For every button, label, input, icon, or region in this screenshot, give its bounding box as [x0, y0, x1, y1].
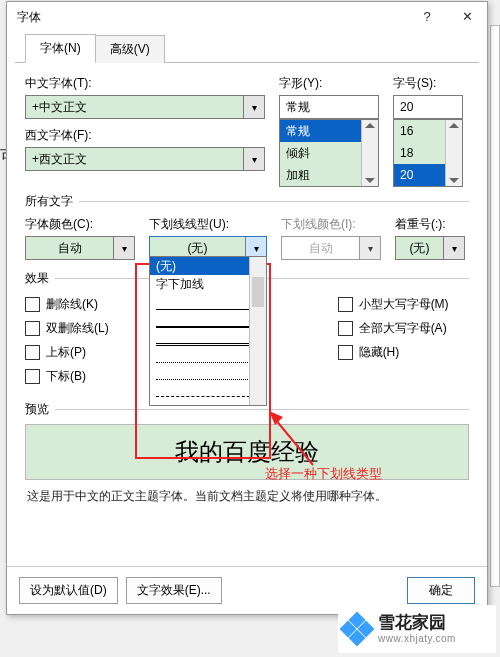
checkbox-hidden[interactable]: 隐藏(H): [338, 341, 469, 363]
dialog-title: 字体: [17, 9, 407, 26]
label-underline-color: 下划线颜色(I):: [281, 216, 381, 233]
underline-option-dash[interactable]: [156, 382, 260, 397]
svg-line-0: [275, 419, 313, 465]
background-window-edge: [490, 25, 500, 587]
section-all-text: 所有文字: [25, 193, 469, 210]
underline-option-double[interactable]: [156, 330, 260, 346]
checkbox-strikethrough[interactable]: 删除线(K): [25, 293, 130, 315]
ok-button[interactable]: 确定: [407, 577, 475, 604]
watermark-name: 雪花家园: [378, 614, 456, 633]
titlebar[interactable]: 字体 ? ✕: [7, 2, 487, 32]
checkbox-subscript[interactable]: 下标(B): [25, 365, 130, 387]
input-style[interactable]: 常规: [279, 95, 379, 119]
chevron-down-icon: ▾: [359, 237, 380, 259]
help-button[interactable]: ?: [407, 2, 447, 32]
preview-hint: 这是用于中文的正文主题字体。当前文档主题定义将使用哪种字体。: [27, 488, 467, 505]
input-size[interactable]: 20: [393, 95, 463, 119]
chevron-down-icon[interactable]: ▾: [443, 237, 464, 259]
underline-option-thick[interactable]: [156, 312, 260, 328]
underline-option-dotted-thick[interactable]: [156, 365, 260, 380]
listbox-style[interactable]: 常规 倾斜 加粗: [279, 119, 379, 187]
combo-cn-font[interactable]: +中文正文 ▾: [25, 95, 265, 119]
text-effects-button[interactable]: 文字效果(E)...: [126, 577, 222, 604]
checkbox-all-caps[interactable]: 全部大写字母(A): [338, 317, 469, 339]
scrollbar[interactable]: [361, 120, 378, 186]
label-cn-font: 中文字体(T):: [25, 75, 265, 92]
checkbox-superscript[interactable]: 上标(P): [25, 341, 130, 363]
tab-strip: 字体(N) 高级(V): [15, 34, 479, 63]
label-emphasis: 着重号(:):: [395, 216, 465, 233]
chevron-down-icon[interactable]: ▾: [113, 237, 134, 259]
svg-marker-1: [269, 411, 283, 425]
tab-advanced[interactable]: 高级(V): [95, 35, 165, 63]
preview-box: 我的百度经验: [25, 424, 469, 480]
label-latin-font: 西文字体(F):: [25, 127, 265, 144]
font-dialog: 字体 ? ✕ 字体(N) 高级(V) 中文字体(T): +中文正文 ▾ 西文字体…: [6, 1, 488, 615]
scrollbar[interactable]: [445, 120, 462, 186]
watermark-url: www.xhjaty.com: [378, 633, 456, 644]
label-underline: 下划线线型(U):: [149, 216, 267, 233]
underline-option-single[interactable]: [156, 295, 260, 310]
label-size: 字号(S):: [393, 75, 463, 92]
watermark: 雪花家园 www.xhjaty.com: [338, 605, 496, 653]
combo-font-color[interactable]: 自动 ▾: [25, 236, 135, 260]
listbox-size[interactable]: 16 18 20: [393, 119, 463, 187]
close-button[interactable]: ✕: [447, 2, 487, 32]
chevron-down-icon[interactable]: ▾: [243, 148, 264, 170]
tab-font[interactable]: 字体(N): [25, 34, 96, 63]
snowflake-icon: [342, 614, 372, 644]
chevron-down-icon[interactable]: ▾: [243, 96, 264, 118]
scrollbar[interactable]: [249, 257, 266, 405]
combo-emphasis[interactable]: (无) ▾: [395, 236, 465, 260]
combo-latin-font[interactable]: +西文正文 ▾: [25, 147, 265, 171]
checkbox-double-strikethrough[interactable]: 双删除线(L): [25, 317, 130, 339]
label-style: 字形(Y):: [279, 75, 379, 92]
label-font-color: 字体颜色(C):: [25, 216, 135, 233]
set-default-button[interactable]: 设为默认值(D): [19, 577, 118, 604]
checkbox-small-caps[interactable]: 小型大写字母(M): [338, 293, 469, 315]
annotation-arrow: [269, 411, 319, 471]
dropdown-underline[interactable]: (无) 字下加线: [149, 256, 267, 406]
combo-underline-color: 自动 ▾: [281, 236, 381, 260]
annotation-text: 选择一种下划线类型: [265, 465, 382, 483]
underline-option-dotted[interactable]: [156, 348, 260, 363]
